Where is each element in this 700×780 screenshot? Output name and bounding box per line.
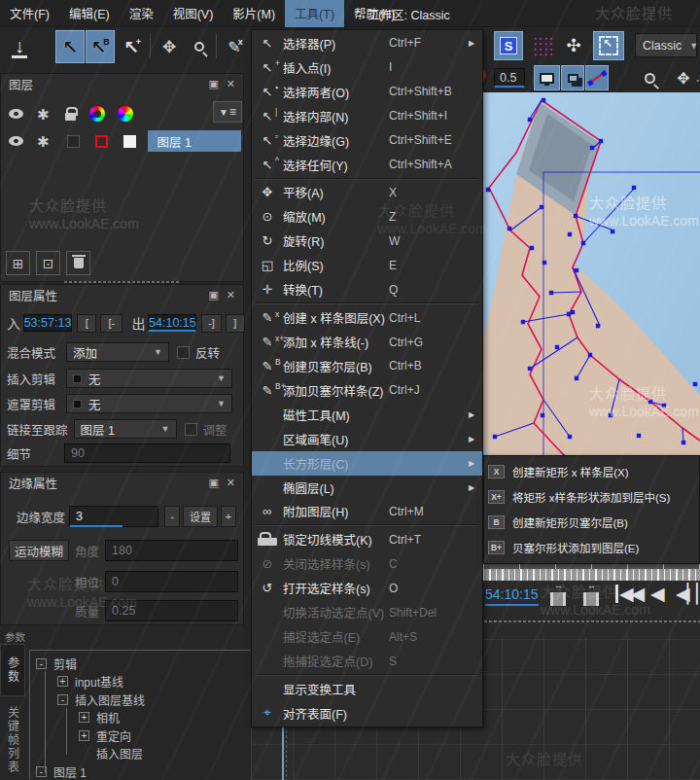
layer-list-menu-button[interactable]: ▼≡ [213,101,242,123]
opacity-value-field[interactable]: 0.5 [494,68,525,88]
menu-item[interactable]: 锁定切线模式(K) Ctrl+T ▶ [252,527,482,551]
menubar-item[interactable]: 文件(F) [0,0,59,27]
tree-row[interactable]: + 重定向 [30,727,251,745]
layer-outline-swatch[interactable] [95,135,108,148]
phase-input[interactable]: 0 [105,571,238,592]
expand-view-button[interactable]: ✣ [561,32,586,59]
menu-item[interactable]: ⊙ 缩放(M) Z ▶ [252,204,482,229]
timeline-ruler[interactable] [483,569,700,581]
menu-item[interactable]: 磁性工具(M) ▶ [252,403,482,427]
menubar-item[interactable]: 工具(T) [285,0,344,27]
menu-item[interactable]: 切换活动选定点(V) Shift+Del ▶ [252,600,482,624]
out-time-field[interactable]: 54:10:15 [148,314,196,332]
pen-x-tool-button[interactable]: ✎x [221,30,250,63]
layer-gear-icon[interactable]: ✱ [37,134,50,149]
play-reverse-button[interactable]: ◀ [650,585,662,603]
set-width-button[interactable]: 设置 [183,506,218,527]
menu-item[interactable]: 椭圆层(L) ▶ [252,476,482,500]
show-output-button[interactable] [534,65,560,90]
trim-in-button[interactable]: [- [100,314,122,333]
grid-toggle-button[interactable] [530,33,556,59]
submenu-item[interactable]: B+ 贝塞尔形状添加到图层(E) [484,535,699,560]
submenu-item[interactable]: X 创建新矩形 x 样条层(X) [484,459,699,484]
menu-item[interactable]: 拖捕捉选定点(D) S ▶ [252,649,482,673]
menu-item[interactable]: ◱ 比例(S) E ▶ [252,253,482,277]
stabilize-button[interactable]: S [494,31,523,60]
menubar-item[interactable]: 视图(V) [163,0,224,27]
select-tool-button[interactable]: ↖ [55,30,85,63]
close-panel-icon[interactable]: ✕ [227,477,235,489]
tree-toggle[interactable]: + [79,712,89,723]
fill-wheel-icon[interactable] [118,106,133,122]
angle-input[interactable]: 180 [105,540,238,561]
tree-row[interactable]: - 图层 1 [30,762,251,779]
hand-pointer-button[interactable]: ✥ [671,65,696,90]
menu-item[interactable]: ∞ 附加图层(H) Ctrl+M ▶ [252,500,482,524]
float-panel-icon[interactable]: ▣ [208,289,218,301]
gear-column-icon[interactable]: ✱ [37,107,50,122]
menu-item[interactable]: 捕捉选定点(E) Alt+S ▶ [252,624,482,649]
tab-params[interactable]: 参数 [0,644,25,696]
close-panel-icon[interactable]: ✕ [227,78,235,90]
tree-row[interactable]: - 插入图层基线 [30,691,251,709]
quality-input[interactable]: 0.25 [105,600,238,621]
view-layout-dropdown[interactable]: Classic▼ [635,33,697,57]
tree-row[interactable]: + 相机 [30,709,251,727]
menu-item[interactable]: ✎ B 创建贝塞尔层(B) Ctrl+B ▶ [252,354,482,378]
go-to-start-button[interactable]: ◀◀ [615,585,642,603]
tree-row[interactable]: 插入图层 [30,745,251,763]
invert-checkbox[interactable] [177,346,190,359]
menu-item[interactable]: ↖ 选择器(P) Ctrl+F ▶ [252,31,482,55]
menu-item[interactable]: 显示变换工具 ▶ [252,677,482,701]
menu-item[interactable]: ↖ | 选择内部(N) Ctrl+Shift+I ▶ [252,104,482,128]
region-select-button[interactable]: ↖ [593,31,624,60]
menu-item[interactable]: ✥ 平移(A) X ▶ [252,181,482,205]
lock-column-icon[interactable] [65,113,76,121]
menu-item[interactable]: ✎ B+ 添加贝塞尔样条(Z) Ctrl+J ▶ [252,378,482,403]
points-tool-button[interactable]: ∴ [694,65,700,90]
menu-item[interactable]: ↻ 旋转(R) W ▶ [252,229,482,253]
in-time-field[interactable]: 53:57:13 [23,314,72,332]
submenu-item[interactable]: X+ 将矩形 x样条形状添加到层中(S) [484,484,699,510]
tree-row[interactable]: - 剪辑 [30,655,251,673]
export-button[interactable]: ↓ [5,33,34,62]
menu-item[interactable]: 区域画笔(U) ▶ [252,427,482,451]
mask-clip-dropdown[interactable]: 无▼ [66,394,232,413]
menu-item[interactable]: 长方形层(C) ▶ [252,451,482,476]
tree-toggle[interactable]: + [57,676,68,687]
trim-out-button[interactable]: -] [201,314,221,333]
set-in-button[interactable]: [ [77,314,96,333]
menubar-item[interactable]: 渲染 [120,0,163,27]
menubar-item[interactable]: 影片(M) [223,0,285,27]
tree-toggle[interactable]: - [36,658,47,669]
current-time-value[interactable]: 54:10:15 [485,586,539,606]
show-splines-button[interactable] [585,65,609,90]
menu-item[interactable]: ⌖ 对齐表面(F) ▶ [252,701,482,726]
select-b-tool-button[interactable]: ↖B [86,30,115,63]
show-layers-button[interactable] [561,65,584,90]
menu-item[interactable]: ↖ ▪ 选择两者(O) Ctrl+Shift+B ▶ [252,80,482,104]
tree-toggle[interactable]: + [79,730,89,741]
float-panel-icon[interactable]: ▣ [208,477,218,489]
layer-visibility-icon[interactable] [9,136,23,146]
delete-layer-button[interactable] [66,251,90,275]
adjust-checkbox[interactable] [185,423,197,436]
add-point-tool-button[interactable]: ↖+ [119,30,146,63]
close-panel-icon[interactable]: ✕ [227,289,235,301]
edge-width-input[interactable]: 3 [69,506,158,527]
play-button-partial[interactable]: ▏ [696,585,700,603]
zoom-select-button[interactable] [637,65,662,90]
insert-clip-dropdown[interactable]: 无▼ [66,369,232,388]
set-out-button[interactable]: ] [226,314,245,333]
menu-item[interactable]: ↖ ^ 选择任何(Y) Ctrl+Shift+A ▶ [252,153,482,177]
trim-out-button[interactable] [578,588,604,610]
pan-tool-button[interactable]: ✥ [156,30,183,63]
menu-item[interactable]: ✎ x+ 添加 x 样条线(-) Ctrl+G ▶ [252,330,482,354]
new-group-button[interactable]: ⊞ [6,251,30,275]
zoom-tool-button[interactable] [187,33,212,60]
layer-name[interactable]: 图层 1 [148,130,241,152]
motion-blur-button[interactable]: 运动模糊 [9,540,69,561]
tab-keyframe-list[interactable]: 关键帧列表 [0,702,25,778]
menu-item[interactable]: ✎ x 创建 x 样条图层(X) Ctrl+L ▶ [252,305,482,330]
submenu-item[interactable]: B 创建新矩形贝塞尔层(B) [484,510,699,535]
